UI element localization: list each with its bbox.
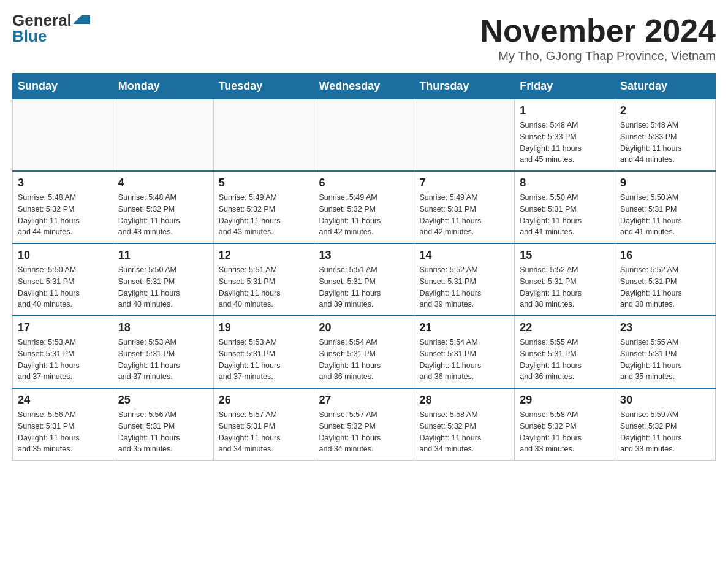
day-number: 16: [620, 249, 710, 262]
day-info: Sunrise: 5:48 AM Sunset: 5:32 PM Dayligh…: [18, 192, 108, 238]
calendar-cell: 17Sunrise: 5:53 AM Sunset: 5:31 PM Dayli…: [13, 316, 113, 388]
day-info: Sunrise: 5:52 AM Sunset: 5:31 PM Dayligh…: [419, 264, 509, 310]
calendar-cell: 15Sunrise: 5:52 AM Sunset: 5:31 PM Dayli…: [515, 243, 615, 316]
day-info: Sunrise: 5:49 AM Sunset: 5:32 PM Dayligh…: [319, 192, 409, 238]
column-header-saturday: Saturday: [615, 74, 716, 99]
day-number: 1: [520, 104, 610, 117]
calendar-cell: 5Sunrise: 5:49 AM Sunset: 5:32 PM Daylig…: [213, 171, 314, 243]
day-info: Sunrise: 5:57 AM Sunset: 5:32 PM Dayligh…: [319, 409, 409, 455]
day-info: Sunrise: 5:49 AM Sunset: 5:31 PM Dayligh…: [419, 192, 509, 238]
day-number: 26: [219, 394, 309, 407]
day-info: Sunrise: 5:56 AM Sunset: 5:31 PM Dayligh…: [118, 409, 208, 455]
day-number: 12: [219, 249, 309, 262]
day-info: Sunrise: 5:50 AM Sunset: 5:31 PM Dayligh…: [620, 192, 710, 238]
day-info: Sunrise: 5:49 AM Sunset: 5:32 PM Dayligh…: [219, 192, 309, 238]
calendar-cell: 20Sunrise: 5:54 AM Sunset: 5:31 PM Dayli…: [314, 316, 414, 388]
day-number: 27: [319, 394, 409, 407]
calendar-cell: 4Sunrise: 5:48 AM Sunset: 5:32 PM Daylig…: [113, 171, 213, 243]
day-number: 18: [118, 321, 208, 334]
calendar-cell: 14Sunrise: 5:52 AM Sunset: 5:31 PM Dayli…: [414, 243, 515, 316]
column-header-tuesday: Tuesday: [213, 74, 314, 99]
calendar-cell: 8Sunrise: 5:50 AM Sunset: 5:31 PM Daylig…: [515, 171, 615, 243]
header: General Blue November 2024 My Tho, GJong…: [12, 12, 716, 63]
calendar-cell: 3Sunrise: 5:48 AM Sunset: 5:32 PM Daylig…: [13, 171, 113, 243]
calendar-table: SundayMondayTuesdayWednesdayThursdayFrid…: [12, 73, 716, 461]
day-info: Sunrise: 5:55 AM Sunset: 5:31 PM Dayligh…: [620, 337, 710, 383]
day-number: 9: [620, 177, 710, 190]
day-info: Sunrise: 5:55 AM Sunset: 5:31 PM Dayligh…: [520, 337, 610, 383]
calendar-header-row: SundayMondayTuesdayWednesdayThursdayFrid…: [13, 74, 716, 99]
day-number: 29: [520, 394, 610, 407]
day-number: 25: [118, 394, 208, 407]
location-title: My Tho, GJong Thap Province, Vietnam: [480, 49, 716, 63]
day-info: Sunrise: 5:56 AM Sunset: 5:31 PM Dayligh…: [18, 409, 108, 455]
calendar-cell: 25Sunrise: 5:56 AM Sunset: 5:31 PM Dayli…: [113, 388, 213, 461]
day-number: 24: [18, 394, 108, 407]
calendar-cell: 23Sunrise: 5:55 AM Sunset: 5:31 PM Dayli…: [615, 316, 716, 388]
calendar-cell: [414, 99, 515, 172]
calendar-cell: 10Sunrise: 5:50 AM Sunset: 5:31 PM Dayli…: [13, 243, 113, 316]
day-info: Sunrise: 5:53 AM Sunset: 5:31 PM Dayligh…: [219, 337, 309, 383]
calendar-cell: 26Sunrise: 5:57 AM Sunset: 5:31 PM Dayli…: [213, 388, 314, 461]
calendar-cell: 29Sunrise: 5:58 AM Sunset: 5:32 PM Dayli…: [515, 388, 615, 461]
calendar-cell: 27Sunrise: 5:57 AM Sunset: 5:32 PM Dayli…: [314, 388, 414, 461]
day-info: Sunrise: 5:52 AM Sunset: 5:31 PM Dayligh…: [520, 264, 610, 310]
day-number: 23: [620, 321, 710, 334]
calendar-cell: 19Sunrise: 5:53 AM Sunset: 5:31 PM Dayli…: [213, 316, 314, 388]
day-number: 11: [118, 249, 208, 262]
day-number: 8: [520, 177, 610, 190]
day-info: Sunrise: 5:54 AM Sunset: 5:31 PM Dayligh…: [419, 337, 509, 383]
day-info: Sunrise: 5:54 AM Sunset: 5:31 PM Dayligh…: [319, 337, 409, 383]
day-info: Sunrise: 5:51 AM Sunset: 5:31 PM Dayligh…: [319, 264, 409, 310]
day-number: 3: [18, 177, 108, 190]
day-number: 22: [520, 321, 610, 334]
day-number: 30: [620, 394, 710, 407]
calendar-week-row: 17Sunrise: 5:53 AM Sunset: 5:31 PM Dayli…: [13, 316, 716, 388]
calendar-week-row: 3Sunrise: 5:48 AM Sunset: 5:32 PM Daylig…: [13, 171, 716, 243]
column-header-friday: Friday: [515, 74, 615, 99]
calendar-cell: 24Sunrise: 5:56 AM Sunset: 5:31 PM Dayli…: [13, 388, 113, 461]
day-number: 5: [219, 177, 309, 190]
day-info: Sunrise: 5:48 AM Sunset: 5:32 PM Dayligh…: [118, 192, 208, 238]
logo-blue-text: Blue: [12, 28, 47, 44]
day-info: Sunrise: 5:52 AM Sunset: 5:31 PM Dayligh…: [620, 264, 710, 310]
calendar-cell: 9Sunrise: 5:50 AM Sunset: 5:31 PM Daylig…: [615, 171, 716, 243]
month-title: November 2024: [480, 12, 716, 49]
column-header-wednesday: Wednesday: [314, 74, 414, 99]
calendar-cell: [213, 99, 314, 172]
day-info: Sunrise: 5:53 AM Sunset: 5:31 PM Dayligh…: [118, 337, 208, 383]
logo-triangle-icon: [73, 15, 90, 24]
day-number: 19: [219, 321, 309, 334]
day-number: 4: [118, 177, 208, 190]
logo-general-text: General: [12, 12, 72, 28]
day-info: Sunrise: 5:57 AM Sunset: 5:31 PM Dayligh…: [219, 409, 309, 455]
day-info: Sunrise: 5:58 AM Sunset: 5:32 PM Dayligh…: [520, 409, 610, 455]
day-info: Sunrise: 5:48 AM Sunset: 5:33 PM Dayligh…: [520, 120, 610, 166]
day-number: 21: [419, 321, 509, 334]
column-header-sunday: Sunday: [13, 74, 113, 99]
column-header-thursday: Thursday: [414, 74, 515, 99]
calendar-cell: [113, 99, 213, 172]
day-info: Sunrise: 5:50 AM Sunset: 5:31 PM Dayligh…: [118, 264, 208, 310]
calendar-cell: 16Sunrise: 5:52 AM Sunset: 5:31 PM Dayli…: [615, 243, 716, 316]
calendar-cell: 22Sunrise: 5:55 AM Sunset: 5:31 PM Dayli…: [515, 316, 615, 388]
calendar-cell: 6Sunrise: 5:49 AM Sunset: 5:32 PM Daylig…: [314, 171, 414, 243]
day-number: 6: [319, 177, 409, 190]
logo: General Blue: [12, 12, 90, 44]
day-number: 17: [18, 321, 108, 334]
calendar-cell: 18Sunrise: 5:53 AM Sunset: 5:31 PM Dayli…: [113, 316, 213, 388]
calendar-week-row: 10Sunrise: 5:50 AM Sunset: 5:31 PM Dayli…: [13, 243, 716, 316]
day-info: Sunrise: 5:48 AM Sunset: 5:33 PM Dayligh…: [620, 120, 710, 166]
day-info: Sunrise: 5:50 AM Sunset: 5:31 PM Dayligh…: [18, 264, 108, 310]
day-info: Sunrise: 5:59 AM Sunset: 5:32 PM Dayligh…: [620, 409, 710, 455]
calendar-cell: 1Sunrise: 5:48 AM Sunset: 5:33 PM Daylig…: [515, 99, 615, 172]
day-info: Sunrise: 5:53 AM Sunset: 5:31 PM Dayligh…: [18, 337, 108, 383]
day-number: 2: [620, 104, 710, 117]
column-header-monday: Monday: [113, 74, 213, 99]
calendar-cell: [13, 99, 113, 172]
title-area: November 2024 My Tho, GJong Thap Provinc…: [480, 12, 716, 63]
day-number: 13: [319, 249, 409, 262]
calendar-week-row: 24Sunrise: 5:56 AM Sunset: 5:31 PM Dayli…: [13, 388, 716, 461]
calendar-cell: 21Sunrise: 5:54 AM Sunset: 5:31 PM Dayli…: [414, 316, 515, 388]
day-info: Sunrise: 5:50 AM Sunset: 5:31 PM Dayligh…: [520, 192, 610, 238]
